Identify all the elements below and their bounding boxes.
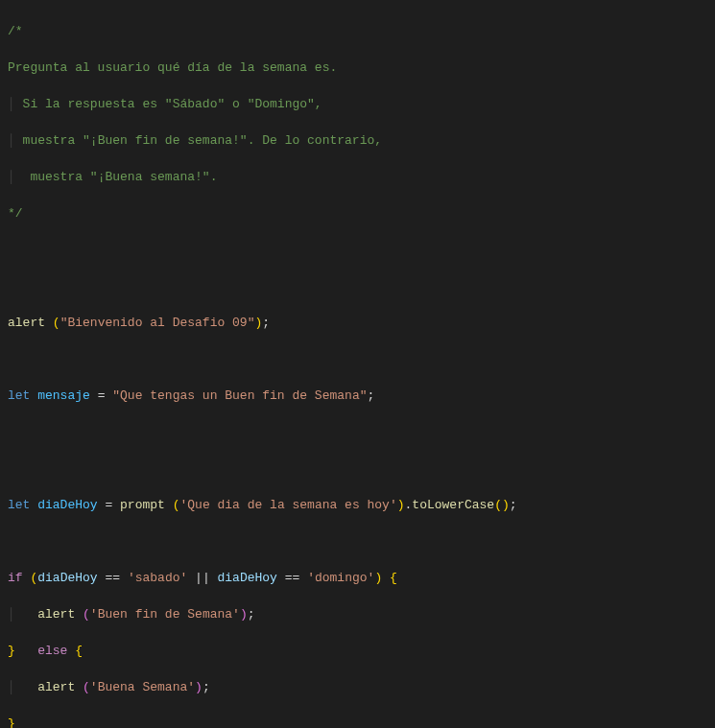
var-ref: diaDeHoy <box>37 571 97 585</box>
var-diadehoy: diaDeHoy <box>37 498 97 512</box>
keyword-let: let <box>8 498 30 512</box>
keyword-if: if <box>8 571 23 585</box>
string-literal: "Bienvenido al Desafio 09" <box>60 316 255 330</box>
code-line[interactable]: │ alert ('Buen fin de Semana'); <box>8 605 715 623</box>
code-line[interactable]: │ Si la respuesta es "Sábado" o "Domingo… <box>8 95 715 113</box>
code-line[interactable] <box>8 532 715 551</box>
code-line[interactable]: let diaDeHoy = prompt ('Que dia de la se… <box>8 496 715 514</box>
code-line[interactable]: */ <box>8 204 715 223</box>
code-line[interactable]: let mensaje = "Que tengas un Buen fin de… <box>8 387 715 405</box>
code-editor[interactable]: /* Pregunta al usuario qué día de la sem… <box>0 0 715 728</box>
string-literal: 'domingo' <box>307 571 374 585</box>
string-literal: 'Buen fin de Semana' <box>90 607 240 622</box>
fn-tolowercase: toLowerCase <box>412 498 494 512</box>
code-line[interactable]: if (diaDeHoy == 'sabado' || diaDeHoy == … <box>8 569 715 587</box>
code-line[interactable]: } <box>8 715 715 728</box>
fn-prompt: prompt <box>120 498 165 512</box>
string-literal: 'Buena Semana' <box>90 680 195 694</box>
comment-text: Si la respuesta es "Sábado" o "Domingo", <box>15 97 322 111</box>
code-line[interactable]: │ muestra "¡Buen fin de semana!". De lo … <box>8 131 715 150</box>
code-line[interactable] <box>8 423 715 441</box>
code-line[interactable] <box>8 241 715 259</box>
code-line[interactable] <box>8 350 715 368</box>
string-literal: "Que tengas un Buen fin de Semana" <box>112 388 367 403</box>
comment-text: Pregunta al usuario qué día de la semana… <box>8 60 337 75</box>
var-ref: diaDeHoy <box>218 571 277 585</box>
var-mensaje: mensaje <box>37 388 90 403</box>
fn-alert: alert <box>37 607 75 622</box>
comment-text: */ <box>8 206 23 221</box>
code-line[interactable] <box>8 459 715 478</box>
string-literal: 'Que dia de la semana es hoy' <box>179 498 396 512</box>
comment-text: muestra "¡Buen fin de semana!". De lo co… <box>15 133 382 148</box>
code-line[interactable]: alert ("Bienvenido al Desafio 09"); <box>8 314 715 332</box>
string-literal: 'sabado' <box>128 571 187 585</box>
code-line[interactable] <box>8 277 715 295</box>
comment-text: muestra "¡Buena semana!". <box>15 170 218 184</box>
code-line[interactable]: Pregunta al usuario qué día de la semana… <box>8 59 715 77</box>
code-line[interactable]: } else { <box>8 642 715 660</box>
code-line[interactable]: │ alert ('Buena Semana'); <box>8 678 715 696</box>
code-line[interactable]: │ muestra "¡Buena semana!". <box>8 168 715 186</box>
fn-alert: alert <box>37 680 75 694</box>
code-line[interactable]: /* <box>8 22 715 40</box>
keyword-else: else <box>37 644 67 658</box>
keyword-let: let <box>8 388 30 403</box>
fn-alert: alert <box>8 316 45 330</box>
comment-text: /* <box>8 24 23 38</box>
